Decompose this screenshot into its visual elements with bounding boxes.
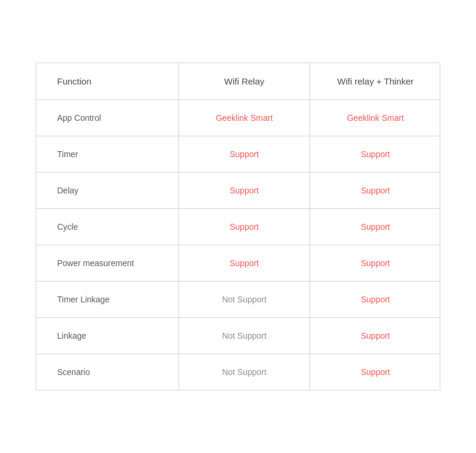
thinker-value: Support bbox=[310, 318, 441, 354]
feature-label: Scenario bbox=[36, 354, 179, 390]
wifi-relay-value: Geeklink Smart bbox=[179, 100, 310, 136]
feature-label: App Control bbox=[36, 100, 179, 136]
header-wifi-relay: Wifi Relay bbox=[179, 63, 310, 99]
feature-label: Delay bbox=[36, 173, 179, 208]
feature-label: Cycle bbox=[36, 209, 179, 245]
table-header-row: Function Wifi Relay Wifi relay + Thinker bbox=[36, 63, 440, 100]
thinker-value: Geeklink Smart bbox=[310, 100, 441, 136]
wifi-relay-value: Support bbox=[179, 173, 310, 208]
wifi-relay-value: Support bbox=[179, 136, 310, 172]
table-row: App Control Geeklink Smart Geeklink Smar… bbox=[36, 100, 440, 136]
thinker-value: Support bbox=[310, 209, 441, 245]
wifi-relay-value: Not Support bbox=[179, 318, 310, 354]
wifi-relay-value: Support bbox=[179, 209, 310, 245]
wifi-relay-value: Not Support bbox=[179, 354, 310, 390]
feature-label: Timer Linkage bbox=[36, 282, 179, 317]
table-row: Cycle Support Support bbox=[36, 209, 440, 245]
feature-label: Power measurement bbox=[36, 245, 179, 281]
table-row: Power measurement Support Support bbox=[36, 245, 440, 282]
feature-label: Linkage bbox=[36, 318, 179, 354]
feature-label: Timer bbox=[36, 136, 179, 172]
thinker-value: Support bbox=[310, 282, 441, 317]
table-row: Linkage Not Support Support bbox=[36, 318, 440, 354]
thinker-value: Support bbox=[310, 136, 441, 172]
comparison-table: Function Wifi Relay Wifi relay + Thinker… bbox=[36, 63, 440, 390]
table-row: Delay Support Support bbox=[36, 173, 440, 209]
wifi-relay-value: Support bbox=[179, 245, 310, 281]
header-wifi-relay-thinker: Wifi relay + Thinker bbox=[310, 63, 441, 99]
table-row: Timer Linkage Not Support Support bbox=[36, 282, 440, 318]
table-row: Scenario Not Support Support bbox=[36, 354, 440, 390]
thinker-value: Support bbox=[310, 173, 441, 208]
header-function: Function bbox=[36, 63, 179, 99]
thinker-value: Support bbox=[310, 354, 441, 390]
table-row: Timer Support Support bbox=[36, 136, 440, 173]
thinker-value: Support bbox=[310, 245, 441, 281]
wifi-relay-value: Not Support bbox=[179, 282, 310, 317]
